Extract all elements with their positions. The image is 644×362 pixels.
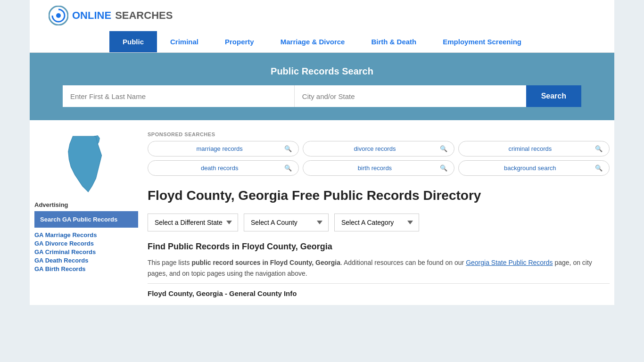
sidebar-ad-box[interactable]: Search GA Public Records [34,211,138,228]
sidebar-link-birth[interactable]: GA Birth Records [34,265,138,272]
sponsored-marriage[interactable]: marriage records 🔍 [148,141,299,156]
find-records-title: Find Public Records in Floyd County, Geo… [148,242,610,252]
search-form: Search [63,85,581,107]
georgia-map [56,132,117,194]
search-button[interactable]: Search [526,85,581,107]
search-icon-criminal: 🔍 [595,145,603,152]
state-dropdown[interactable]: Select a Different State [148,214,238,231]
sponsored-text-criminal: criminal records [465,145,595,152]
georgia-state-link[interactable]: Georgia State Public Records [466,259,553,266]
location-input[interactable] [295,85,526,107]
logo-icon [49,6,68,25]
sponsored-text-marriage: marriage records [155,145,284,152]
sidebar: Advertising Search GA Public Records GA … [34,128,138,297]
sponsored-section: SPONSORED SEARCHES marriage records 🔍 di… [148,128,610,180]
dropdown-row: Select a Different State Select A County… [148,214,610,231]
sidebar-link-marriage[interactable]: GA Marriage Records [34,231,138,239]
search-icon-death: 🔍 [284,165,292,172]
advertising-label: Advertising [34,201,138,208]
sponsored-grid: marriage records 🔍 divorce records 🔍 cri… [148,141,610,176]
nav-item-marriage-divorce[interactable]: Marriage & Divorce [267,31,358,52]
find-text-bold: public record sources in Floyd County, G… [191,259,340,266]
general-info-title: Floyd County, Georgia - General County I… [148,283,610,297]
logo-text-searches: SEARCHES [115,9,173,22]
name-input[interactable] [63,85,295,107]
search-banner: Public Records Search Search [30,53,614,120]
sponsored-label: SPONSORED SEARCHES [148,132,610,137]
search-icon-divorce: 🔍 [440,145,447,152]
category-dropdown[interactable]: Select A Category [334,214,419,231]
sponsored-text-death: death records [155,165,284,172]
nav-item-birth-death[interactable]: Birth & Death [358,31,429,52]
sidebar-link-divorce[interactable]: GA Divorce Records [34,240,138,247]
sponsored-text-birth: birth records [310,165,439,172]
search-icon-marriage: 🔍 [284,145,292,152]
nav-item-property[interactable]: Property [212,31,267,52]
find-text-1: This page lists [148,259,191,266]
sidebar-link-criminal[interactable]: GA Criminal Records [34,248,138,255]
sponsored-background[interactable]: background search 🔍 [458,160,610,176]
sponsored-text-divorce: divorce records [310,145,439,152]
search-icon-birth: 🔍 [440,165,447,172]
svg-point-1 [56,13,61,18]
sponsored-divorce[interactable]: divorce records 🔍 [303,141,454,156]
search-banner-title: Public Records Search [49,66,595,77]
find-records-text: This page lists public record sources in… [148,257,610,279]
page-title: Floyd County, Georgia Free Public Record… [148,187,610,204]
nav-item-public[interactable]: Public [109,31,157,52]
county-dropdown[interactable]: Select A County [244,214,329,231]
search-icon-background: 🔍 [595,165,603,172]
nav-item-employment[interactable]: Employment Screening [429,31,535,52]
logo-text-online: ONLINE [72,9,111,22]
main-content: Advertising Search GA Public Records GA … [30,120,614,305]
logo: ONLINE SEARCHES [49,6,173,25]
find-text-2: . Additional resources can be found on o… [340,259,466,266]
content-area: SPONSORED SEARCHES marriage records 🔍 di… [148,128,610,297]
sidebar-link-death[interactable]: GA Death Records [34,257,138,264]
nav-item-criminal[interactable]: Criminal [157,31,212,52]
sponsored-text-background: background search [465,165,595,172]
main-nav: Public Criminal Property Marriage & Divo… [30,31,614,53]
sponsored-death[interactable]: death records 🔍 [148,160,299,176]
sponsored-criminal[interactable]: criminal records 🔍 [458,141,610,156]
header: ONLINE SEARCHES [30,0,614,31]
sponsored-birth[interactable]: birth records 🔍 [303,160,454,176]
